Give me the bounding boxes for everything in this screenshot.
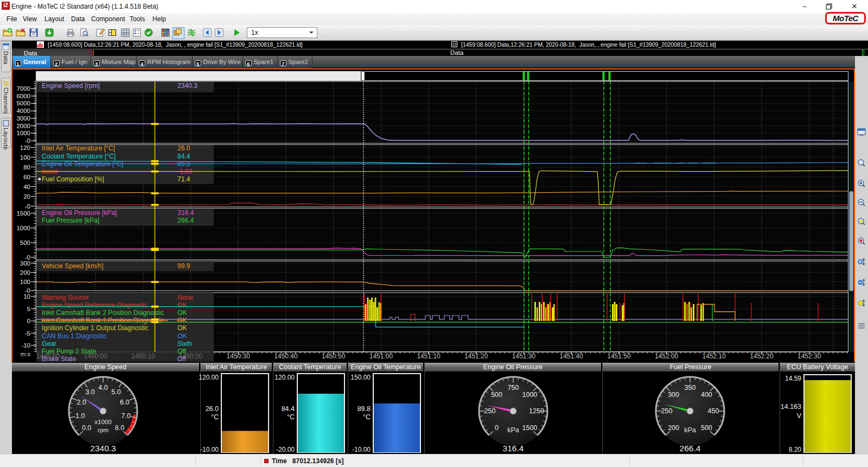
svg-text:1450:30: 1450:30 [227, 352, 251, 360]
svg-text:80: 80 [23, 164, 30, 171]
svg-text:1500: 1500 [16, 210, 30, 217]
svg-text:Vehicle Speed [km/h]: Vehicle Speed [km/h] [42, 262, 104, 270]
svg-text:5000: 5000 [16, 100, 30, 106]
svg-text:1451:10: 1451:10 [417, 352, 441, 360]
svg-text:1451:50: 1451:50 [607, 352, 631, 360]
svg-text:1000: 1000 [16, 225, 30, 231]
svg-text:266.4: 266.4 [177, 217, 194, 224]
svg-text:1452:10: 1452:10 [703, 352, 726, 360]
svg-text:0: 0 [27, 318, 30, 324]
svg-text:Inlet Camshaft Bank 2 Position: Inlet Camshaft Bank 2 Position Diagnosti… [42, 309, 164, 317]
svg-text:OK: OK [177, 332, 187, 340]
svg-text:Engine Speed [rpm]: Engine Speed [rpm] [42, 82, 100, 90]
svg-text:1452:20: 1452:20 [750, 352, 774, 360]
svg-text:1450:10: 1450:10 [131, 352, 155, 360]
svg-text:100: 100 [20, 154, 30, 161]
svg-text:m:s: m:s [20, 351, 30, 357]
svg-text:1452:30: 1452:30 [797, 352, 821, 360]
svg-text:1452:00: 1452:00 [655, 352, 679, 360]
svg-text:Engine Oil Pressure [kPa]: Engine Oil Pressure [kPa] [42, 209, 117, 217]
svg-text:1000: 1000 [16, 130, 30, 136]
svg-text:OK: OK [177, 324, 187, 332]
svg-text:99.9: 99.9 [177, 262, 190, 270]
svg-text:60: 60 [23, 174, 30, 180]
svg-text:1451:30: 1451:30 [512, 352, 536, 360]
svg-text:Fuel Composition [%]: Fuel Composition [%] [42, 175, 104, 183]
svg-text:Fuel Pressure [kPa]: Fuel Pressure [kPa] [42, 217, 99, 224]
svg-text:Ignition Cylinder 1 Output Dia: Ignition Cylinder 1 Output Diagnostic [42, 324, 148, 332]
svg-text:Fuel Pump 2 State: Fuel Pump 2 State [42, 348, 96, 355]
svg-text:-10: -10 [21, 342, 30, 349]
svg-text:1450:50: 1450:50 [322, 352, 346, 360]
svg-text:4000: 4000 [16, 108, 30, 114]
svg-text:200: 200 [20, 269, 30, 276]
svg-text:3000: 3000 [16, 115, 30, 122]
svg-text:300: 300 [20, 260, 30, 267]
svg-text:1451:40: 1451:40 [560, 352, 584, 360]
svg-text:1450:40: 1450:40 [274, 352, 298, 360]
svg-text:84.4: 84.4 [177, 153, 190, 160]
svg-text:26.0: 26.0 [177, 144, 190, 152]
svg-text:2340.3: 2340.3 [177, 82, 197, 90]
svg-text:120: 120 [20, 144, 30, 151]
svg-text:-5: -5 [25, 330, 30, 337]
svg-text:-0: -0 [25, 203, 30, 210]
svg-text:1451:20: 1451:20 [464, 352, 488, 360]
svg-text:71.4: 71.4 [177, 175, 190, 183]
svg-text:Inlet Air Temperature [°C]: Inlet Air Temperature [°C] [42, 144, 115, 152]
svg-text:OK: OK [177, 309, 187, 317]
svg-text:None: None [177, 294, 193, 301]
svg-text:1451:00: 1451:00 [369, 352, 393, 360]
svg-text:316.4: 316.4 [177, 209, 194, 217]
svg-text:40: 40 [23, 184, 30, 190]
svg-text:10: 10 [23, 293, 30, 300]
svg-text:100: 100 [20, 279, 30, 285]
svg-text:7000: 7000 [16, 85, 30, 92]
svg-text:5: 5 [27, 306, 30, 312]
svg-text:CAN Bus 1 Diagnostic: CAN Bus 1 Diagnostic [42, 332, 107, 340]
svg-text:2000: 2000 [16, 123, 30, 129]
svg-text:-0: -0 [25, 137, 30, 144]
svg-text:500: 500 [20, 239, 30, 246]
svg-text:Off: Off [177, 348, 187, 355]
svg-text:Sixth: Sixth [177, 340, 192, 348]
svg-text:Gear: Gear [42, 340, 56, 348]
svg-text:20: 20 [23, 193, 30, 200]
svg-text:Coolant Temperature [°C]: Coolant Temperature [°C] [42, 153, 116, 160]
svg-text:6000: 6000 [16, 93, 30, 99]
svg-text:Warning Source: Warning Source [42, 294, 89, 301]
